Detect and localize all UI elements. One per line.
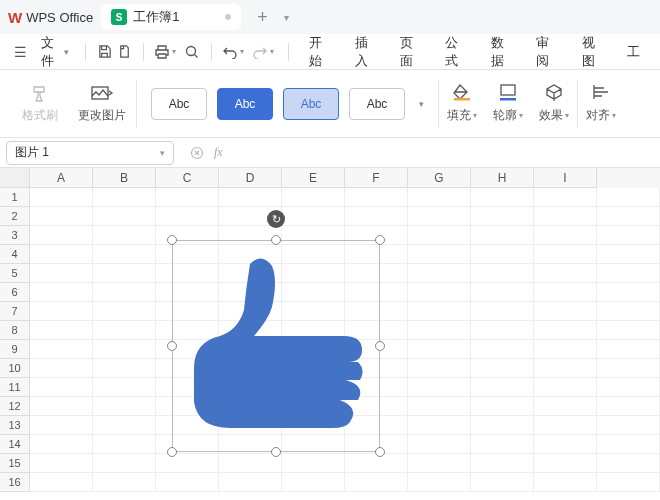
cell[interactable]	[30, 340, 93, 359]
cell[interactable]	[93, 397, 156, 416]
cell[interactable]	[597, 473, 660, 492]
cell[interactable]	[597, 359, 660, 378]
cell[interactable]	[93, 340, 156, 359]
cell[interactable]	[597, 302, 660, 321]
select-all-corner[interactable]	[0, 168, 30, 188]
cell[interactable]	[408, 207, 471, 226]
cell[interactable]	[345, 207, 408, 226]
cell[interactable]	[597, 454, 660, 473]
cell[interactable]	[471, 397, 534, 416]
rotate-handle[interactable]: ↻	[267, 210, 285, 228]
cell[interactable]	[282, 454, 345, 473]
cell[interactable]	[30, 359, 93, 378]
cell[interactable]	[534, 226, 597, 245]
cell[interactable]	[534, 435, 597, 454]
cell[interactable]	[30, 226, 93, 245]
row-header[interactable]: 3	[0, 226, 30, 245]
cell[interactable]	[30, 435, 93, 454]
cell[interactable]	[597, 378, 660, 397]
col-header[interactable]: H	[471, 168, 534, 188]
cell[interactable]	[534, 207, 597, 226]
cell[interactable]	[408, 359, 471, 378]
cell[interactable]	[534, 302, 597, 321]
menu-tools[interactable]: 工	[617, 34, 650, 69]
cell[interactable]	[93, 207, 156, 226]
cell[interactable]	[471, 435, 534, 454]
cell[interactable]	[30, 264, 93, 283]
cell[interactable]	[93, 416, 156, 435]
print-icon[interactable]	[154, 42, 170, 62]
resize-handle-w[interactable]	[167, 341, 177, 351]
col-header[interactable]: I	[534, 168, 597, 188]
fx-label[interactable]: fx	[214, 145, 223, 160]
format-painter-group[interactable]: 格式刷	[12, 70, 68, 137]
cell[interactable]	[408, 435, 471, 454]
resize-handle-e[interactable]	[375, 341, 385, 351]
row-header[interactable]: 9	[0, 340, 30, 359]
cell[interactable]	[156, 207, 219, 226]
cell[interactable]	[471, 473, 534, 492]
cells-area[interactable]: // we'll inject rows via JS below after …	[30, 188, 660, 492]
cell[interactable]	[471, 340, 534, 359]
print-alt-icon[interactable]	[116, 42, 132, 62]
cell[interactable]	[408, 416, 471, 435]
cell[interactable]	[471, 454, 534, 473]
hamburger-icon[interactable]: ☰	[10, 44, 31, 60]
row-header[interactable]: 12	[0, 397, 30, 416]
cell[interactable]	[597, 264, 660, 283]
cell[interactable]	[597, 397, 660, 416]
cell[interactable]	[471, 378, 534, 397]
cell[interactable]	[219, 454, 282, 473]
menu-insert[interactable]: 插入	[345, 34, 386, 69]
cell[interactable]	[471, 359, 534, 378]
cell[interactable]	[156, 188, 219, 207]
row-header[interactable]: 8	[0, 321, 30, 340]
menu-view[interactable]: 视图	[572, 34, 613, 69]
cell[interactable]	[408, 397, 471, 416]
effect-tool[interactable]: 效果▾	[531, 83, 577, 124]
cell[interactable]	[30, 283, 93, 302]
cell[interactable]	[345, 473, 408, 492]
cell[interactable]	[471, 207, 534, 226]
cell[interactable]	[408, 321, 471, 340]
cell[interactable]	[93, 435, 156, 454]
cell[interactable]	[534, 473, 597, 492]
resize-handle-sw[interactable]	[167, 447, 177, 457]
change-image-group[interactable]: 更改图片	[68, 70, 136, 137]
cell[interactable]	[471, 283, 534, 302]
cell[interactable]	[408, 302, 471, 321]
cell[interactable]	[93, 283, 156, 302]
row-header[interactable]: 16	[0, 473, 30, 492]
cell[interactable]	[93, 264, 156, 283]
menu-start[interactable]: 开始	[299, 34, 340, 69]
cell[interactable]	[408, 283, 471, 302]
cell[interactable]	[345, 454, 408, 473]
col-header[interactable]: C	[156, 168, 219, 188]
print-preview-icon[interactable]	[184, 42, 200, 62]
chevron-down-icon[interactable]: ▾	[240, 47, 244, 56]
style-sample-4[interactable]: Abc	[349, 88, 405, 120]
style-sample-2[interactable]: Abc	[217, 88, 273, 120]
cell[interactable]	[219, 188, 282, 207]
cell[interactable]	[534, 188, 597, 207]
cell[interactable]	[597, 207, 660, 226]
cell[interactable]	[30, 473, 93, 492]
cell[interactable]	[30, 321, 93, 340]
row-header[interactable]: 11	[0, 378, 30, 397]
menu-review[interactable]: 审阅	[526, 34, 567, 69]
cell[interactable]	[597, 188, 660, 207]
selected-shape[interactable]: ↻	[172, 240, 380, 452]
resize-handle-ne[interactable]	[375, 235, 385, 245]
cell[interactable]	[30, 454, 93, 473]
cell[interactable]	[282, 473, 345, 492]
row-header[interactable]: 7	[0, 302, 30, 321]
cell[interactable]	[597, 321, 660, 340]
tabs-dropdown-icon[interactable]: ▾	[284, 12, 289, 23]
new-tab-button[interactable]: +	[249, 7, 276, 28]
resize-handle-n[interactable]	[271, 235, 281, 245]
col-header[interactable]: A	[30, 168, 93, 188]
cell[interactable]	[597, 226, 660, 245]
cell[interactable]	[93, 302, 156, 321]
menu-formula[interactable]: 公式	[435, 34, 476, 69]
style-sample-3[interactable]: Abc	[283, 88, 339, 120]
